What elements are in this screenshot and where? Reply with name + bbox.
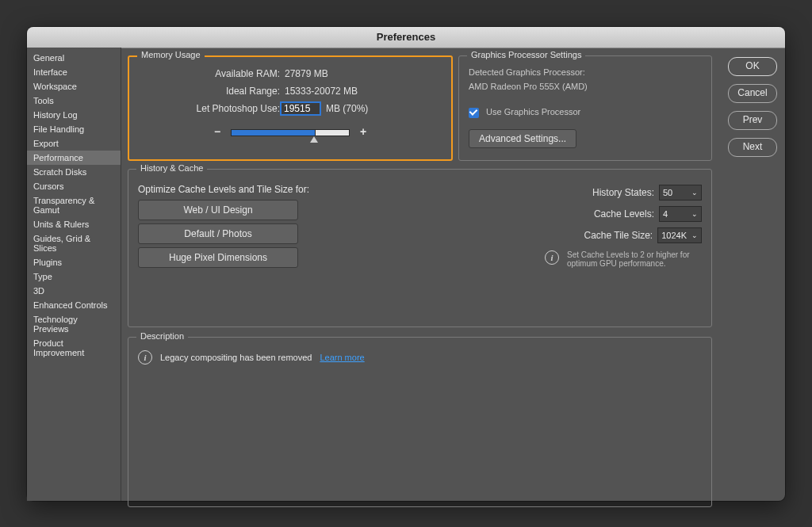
ideal-range-label: Ideal Range: — [129, 86, 280, 97]
sidebar-item-enhanced-controls[interactable]: Enhanced Controls — [27, 298, 121, 312]
cache-tip: Set Cache Levels to 2 or higher for opti… — [567, 250, 702, 268]
cache-tile-size-label: Cache Tile Size: — [565, 230, 653, 241]
dialog-buttons: OK Cancel Prev Next — [728, 57, 777, 157]
detected-gpu-label: Detected Graphics Processor: — [459, 56, 711, 82]
graphics-processor-group: Graphics Processor Settings Detected Gra… — [458, 55, 712, 161]
prev-button[interactable]: Prev — [728, 111, 777, 130]
ideal-range-value: 15333-20072 MB — [285, 86, 358, 97]
sidebar-item-type[interactable]: Type — [27, 269, 121, 284]
sidebar-item-general[interactable]: General — [27, 51, 121, 65]
sidebar: GeneralInterfaceWorkspaceToolsHistory Lo… — [27, 48, 121, 501]
gps-legend: Graphics Processor Settings — [467, 50, 585, 59]
slider-plus-icon[interactable]: + — [358, 125, 369, 138]
cache-levels-select[interactable]: 4⌄ — [659, 206, 702, 222]
memory-usage-group: Memory Usage Available RAM: 27879 MB Ide… — [128, 55, 453, 161]
info-icon: i — [545, 250, 559, 265]
sidebar-item-units-rulers[interactable]: Units & Rulers — [27, 217, 121, 231]
preset-default-photos-button[interactable]: Default / Photos — [138, 223, 298, 244]
slider-minus-icon[interactable]: − — [212, 125, 223, 138]
description-group: Description — [128, 337, 712, 507]
sidebar-item-plugins[interactable]: Plugins — [27, 255, 121, 269]
sidebar-item-3d[interactable]: 3D — [27, 284, 121, 298]
ok-button[interactable]: OK — [728, 57, 777, 76]
sidebar-item-guides-grid-slices[interactable]: Guides, Grid & Slices — [27, 231, 121, 255]
history-states-select[interactable]: 50⌄ — [659, 185, 702, 200]
sidebar-item-interface[interactable]: Interface — [27, 65, 121, 79]
sidebar-item-performance[interactable]: Performance — [27, 151, 121, 165]
cancel-button[interactable]: Cancel — [728, 84, 777, 103]
sidebar-item-cursors[interactable]: Cursors — [27, 179, 121, 193]
use-gpu-checkbox[interactable] — [469, 108, 479, 118]
memory-slider[interactable] — [231, 127, 350, 136]
preset-web-ui-design-button[interactable]: Web / UI Design — [138, 200, 298, 220]
use-gpu-label: Use Graphics Processor — [486, 107, 580, 116]
preset-huge-pixel-dimensions-button[interactable]: Huge Pixel Dimensions — [138, 247, 298, 268]
optimize-label: Optimize Cache Levels and Tile Size for: — [138, 184, 309, 195]
let-photoshop-use-label: Let Photoshop Use: — [129, 103, 280, 114]
history-cache-group: History & Cache Optimize Cache Levels an… — [128, 169, 712, 327]
next-button[interactable]: Next — [728, 138, 777, 157]
preferences-window: Preferences GeneralInterfaceWorkspaceToo… — [27, 27, 785, 501]
description-legend: Description — [136, 331, 188, 341]
memory-usage-legend: Memory Usage — [137, 50, 205, 59]
cache-tile-size-select[interactable]: 1024K⌄ — [657, 227, 702, 243]
chevron-down-icon: ⌄ — [691, 189, 698, 197]
sidebar-item-scratch-disks[interactable]: Scratch Disks — [27, 165, 121, 179]
sidebar-item-file-handling[interactable]: File Handling — [27, 122, 121, 136]
history-cache-legend: History & Cache — [136, 163, 207, 173]
main-panel: OK Cancel Prev Next Memory Usage Availab… — [121, 48, 785, 501]
sidebar-item-technology-previews[interactable]: Technology Previews — [27, 312, 121, 336]
detected-gpu-value: AMD Radeon Pro 555X (AMD) — [459, 82, 711, 96]
sidebar-item-history-log[interactable]: History Log — [27, 108, 121, 122]
available-ram-value: 27879 MB — [285, 68, 328, 79]
sidebar-item-transparency-gamut[interactable]: Transparency & Gamut — [27, 193, 121, 217]
slider-thumb-icon[interactable] — [310, 136, 318, 143]
cache-levels-label: Cache Levels: — [567, 208, 654, 220]
chevron-down-icon: ⌄ — [691, 210, 698, 218]
advanced-settings-button[interactable]: Advanced Settings... — [469, 129, 576, 148]
sidebar-item-workspace[interactable]: Workspace — [27, 79, 121, 94]
window-title: Preferences — [27, 27, 785, 48]
sidebar-item-product-improvement[interactable]: Product Improvement — [27, 336, 121, 360]
available-ram-label: Available RAM: — [129, 68, 280, 79]
history-states-label: History States: — [567, 187, 654, 198]
memory-input[interactable] — [280, 101, 321, 116]
memory-suffix: MB (70%) — [326, 103, 368, 114]
chevron-down-icon: ⌄ — [691, 231, 698, 239]
sidebar-item-tools[interactable]: Tools — [27, 94, 121, 108]
sidebar-item-export[interactable]: Export — [27, 136, 121, 151]
